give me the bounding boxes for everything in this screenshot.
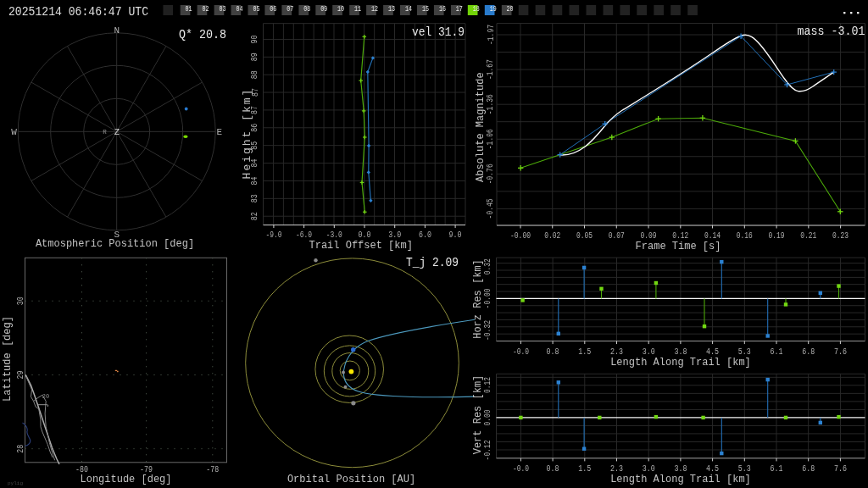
svg-text:6.0: 6.0 bbox=[419, 230, 431, 240]
svg-text:6.8: 6.8 bbox=[802, 463, 815, 474]
svg-text:09: 09 bbox=[320, 4, 327, 14]
svg-text:Z: Z bbox=[114, 127, 120, 137]
svg-text:0.16: 0.16 bbox=[737, 230, 753, 241]
svg-text:E: E bbox=[216, 127, 222, 137]
svg-text:-0.45: -0.45 bbox=[486, 198, 496, 219]
svg-text:0.07: 0.07 bbox=[609, 230, 625, 241]
svg-text:0.02: 0.02 bbox=[544, 230, 560, 241]
svg-text:83: 83 bbox=[250, 194, 260, 202]
svg-text:88: 88 bbox=[250, 70, 260, 79]
svg-text:4.5: 4.5 bbox=[706, 347, 719, 357]
svg-text:0.0: 0.0 bbox=[359, 230, 371, 240]
svg-text:11: 11 bbox=[354, 4, 361, 14]
svg-text:3.8: 3.8 bbox=[674, 463, 687, 474]
svg-text:vel 31.9: vel 31.9 bbox=[412, 25, 465, 39]
svg-text:01: 01 bbox=[186, 4, 192, 14]
svg-text:7.6: 7.6 bbox=[834, 463, 847, 474]
svg-text:20: 20 bbox=[507, 4, 514, 14]
svg-text:30: 30 bbox=[15, 297, 25, 305]
svg-text:6.1: 6.1 bbox=[771, 347, 783, 357]
svg-text:T_j 2.09: T_j 2.09 bbox=[406, 256, 459, 269]
svg-text:4.5: 4.5 bbox=[706, 463, 719, 474]
svg-text:3.8: 3.8 bbox=[674, 347, 687, 357]
svg-text:Horz Res [km]: Horz Res [km] bbox=[472, 259, 484, 339]
svg-text:20: 20 bbox=[42, 393, 49, 400]
svg-text:04: 04 bbox=[236, 4, 242, 14]
svg-text:19: 19 bbox=[490, 4, 497, 14]
svg-text:Longitude [deg]: Longitude [deg] bbox=[80, 474, 171, 485]
svg-text:17: 17 bbox=[456, 4, 463, 14]
svg-text:-0.00: -0.00 bbox=[510, 230, 531, 241]
svg-text:0.19: 0.19 bbox=[769, 230, 785, 241]
svg-text:Q* 20.8: Q* 20.8 bbox=[179, 28, 226, 42]
svg-text:0.8: 0.8 bbox=[547, 463, 559, 474]
svg-text:14: 14 bbox=[405, 4, 412, 14]
svg-text:-9.0: -9.0 bbox=[265, 230, 281, 240]
svg-text:18: 18 bbox=[473, 4, 480, 14]
svg-text:Length Along Trail [km]: Length Along Trail [km] bbox=[610, 474, 751, 485]
svg-text:Atmospheric Position [deg]: Atmospheric Position [deg] bbox=[36, 238, 194, 250]
svg-text:Trail Offset [km]: Trail Offset [km] bbox=[309, 240, 412, 252]
svg-text:90: 90 bbox=[250, 35, 260, 43]
svg-text:N: N bbox=[114, 25, 120, 36]
svg-text:06: 06 bbox=[270, 4, 276, 14]
svg-text:3.0: 3.0 bbox=[643, 463, 655, 474]
svg-text:16: 16 bbox=[439, 4, 446, 14]
svg-text:03: 03 bbox=[220, 4, 226, 14]
svg-text:-1.97: -1.97 bbox=[486, 25, 496, 45]
svg-text:0.09: 0.09 bbox=[641, 230, 657, 241]
svg-text:3.0: 3.0 bbox=[643, 347, 655, 357]
svg-text:9.0: 9.0 bbox=[449, 230, 462, 240]
svg-text:10: 10 bbox=[337, 4, 344, 14]
svg-text:Latitude [deg]: Latitude [deg] bbox=[2, 316, 14, 402]
svg-text:-78: -78 bbox=[206, 464, 219, 474]
svg-text:Frame Time [s]: Frame Time [s] bbox=[636, 241, 721, 252]
svg-text:82: 82 bbox=[250, 212, 260, 220]
svg-text:29: 29 bbox=[15, 371, 25, 380]
svg-text:1.5: 1.5 bbox=[578, 463, 591, 474]
svg-text:28: 28 bbox=[15, 445, 25, 453]
svg-text:6.8: 6.8 bbox=[802, 347, 815, 357]
svg-text:W: W bbox=[11, 127, 17, 137]
svg-text:0.23: 0.23 bbox=[832, 230, 849, 241]
svg-text:Vert Res [km]: Vert Res [km] bbox=[472, 375, 484, 455]
svg-text:12: 12 bbox=[371, 4, 378, 14]
svg-text:0.12: 0.12 bbox=[672, 230, 688, 241]
svg-text:2.3: 2.3 bbox=[610, 347, 623, 357]
svg-text:0.14: 0.14 bbox=[704, 230, 721, 241]
svg-text:08: 08 bbox=[303, 4, 310, 14]
svg-text:0.21: 0.21 bbox=[800, 230, 816, 241]
svg-text:Orbital Position [AU]: Orbital Position [AU] bbox=[287, 474, 415, 485]
svg-text:-3.0: -3.0 bbox=[326, 230, 342, 240]
svg-text:20251214 06:46:47 UTC: 20251214 06:46:47 UTC bbox=[8, 5, 148, 19]
svg-text:05: 05 bbox=[253, 4, 259, 14]
svg-text:3.0: 3.0 bbox=[388, 230, 401, 240]
svg-text:13: 13 bbox=[388, 4, 395, 14]
svg-text:5.3: 5.3 bbox=[738, 463, 751, 474]
svg-text:7.6: 7.6 bbox=[834, 347, 847, 357]
svg-text:pylig: pylig bbox=[8, 480, 23, 486]
svg-text:5.3: 5.3 bbox=[738, 347, 751, 357]
svg-text:-6.0: -6.0 bbox=[296, 230, 312, 240]
svg-text:15: 15 bbox=[422, 4, 429, 14]
svg-text:07: 07 bbox=[287, 4, 293, 14]
svg-text:89: 89 bbox=[250, 53, 260, 61]
svg-text:Absolute Magnitude: Absolute Magnitude bbox=[475, 72, 487, 182]
svg-text:-0.0: -0.0 bbox=[513, 347, 529, 357]
svg-text:2.3: 2.3 bbox=[610, 463, 623, 474]
svg-text:R: R bbox=[103, 129, 107, 136]
svg-text:02: 02 bbox=[203, 4, 209, 14]
svg-text:0.8: 0.8 bbox=[547, 347, 559, 357]
svg-text:mass -3.01: mass -3.01 bbox=[798, 25, 865, 38]
svg-text:6.1: 6.1 bbox=[771, 463, 783, 474]
svg-text:Height [km]: Height [km] bbox=[241, 88, 253, 180]
svg-text:0.05: 0.05 bbox=[576, 230, 593, 241]
svg-text:-0.0: -0.0 bbox=[513, 463, 529, 474]
svg-text:1.5: 1.5 bbox=[578, 347, 591, 357]
svg-text:Length Along Trail [km]: Length Along Trail [km] bbox=[610, 357, 751, 369]
